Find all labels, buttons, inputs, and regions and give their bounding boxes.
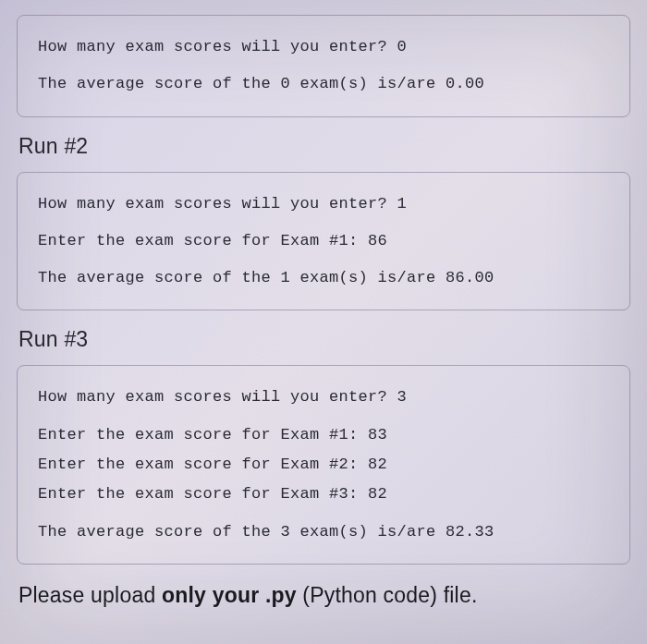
code-line: How many exam scores will you enter? 1 — [38, 189, 609, 219]
run-heading-2: Run #2 — [18, 134, 630, 159]
code-line: Enter the exam score for Exam #3: 82 — [38, 480, 609, 509]
code-line: The average score of the 3 exam(s) is/ar… — [38, 517, 609, 547]
upload-instruction: Please upload only your .py (Python code… — [18, 583, 630, 608]
code-line: Enter the exam score for Exam #2: 82 — [38, 450, 609, 480]
code-line: Enter the exam score for Exam #1: 86 — [38, 226, 609, 256]
code-line: The average score of the 0 exam(s) is/ar… — [38, 69, 609, 99]
upload-suffix: (Python code) file. — [297, 583, 478, 607]
run-heading-3: Run #3 — [18, 327, 630, 352]
code-line: The average score of the 1 exam(s) is/ar… — [38, 263, 609, 293]
upload-prefix: Please upload — [18, 583, 162, 607]
code-output-run3: How many exam scores will you enter? 3 E… — [17, 365, 630, 564]
code-line: How many exam scores will you enter? 0 — [38, 32, 609, 62]
upload-bold: only your .py — [162, 583, 297, 607]
code-line: Enter the exam score for Exam #1: 83 — [38, 420, 609, 450]
code-output-run2: How many exam scores will you enter? 1 E… — [17, 172, 630, 311]
code-line: How many exam scores will you enter? 3 — [38, 383, 609, 412]
code-output-run1: How many exam scores will you enter? 0 T… — [17, 15, 630, 117]
